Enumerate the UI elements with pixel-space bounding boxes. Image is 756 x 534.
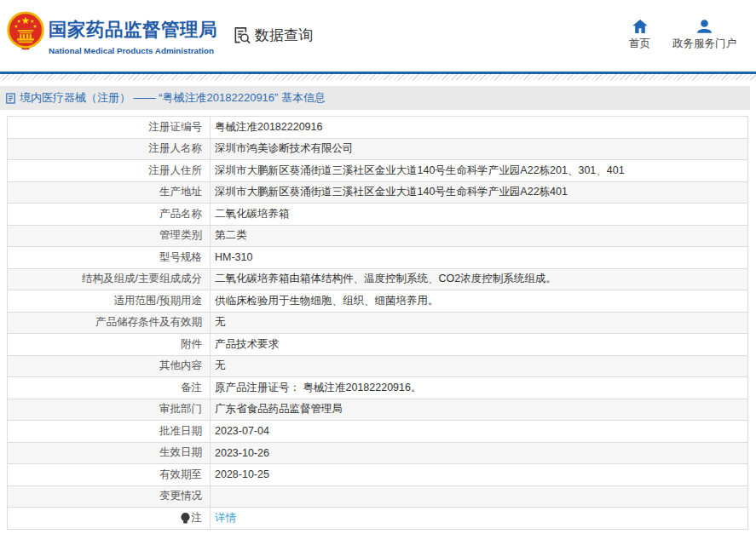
breadcrumb-text: 境内医疗器械（注册） —— “粤械注准20182220916” 基本信息 (20, 90, 326, 106)
row-label: 变更情况 (8, 486, 211, 508)
row-label: 注 (8, 508, 211, 529)
row-label: 批准日期 (8, 421, 211, 442)
info-table: 注册证编号粤械注准20182220916 注册人名称深圳市鸿美诊断技术有限公司 … (7, 116, 748, 530)
table-row: 生效日期2023-10-26 (8, 443, 747, 465)
row-label: 型号规格 (8, 247, 211, 268)
site-title: 国家药品监督管理局 (49, 17, 217, 42)
row-value: 深圳市大鹏新区葵涌街道三溪社区金业大道140号生命科学产业园A22栋401 (211, 182, 747, 204)
row-value: 详情 (211, 508, 747, 529)
breadcrumb: 境内医疗器械（注册） —— “粤械注准20182220916” 基本信息 (0, 86, 750, 110)
table-row: 注 详情 (8, 508, 747, 530)
row-label: 产品名称 (8, 204, 211, 225)
row-value: 二氧化碳培养箱 (211, 204, 747, 225)
nav-portal-label: 政务服务门户 (672, 37, 736, 51)
row-value: 无 (211, 356, 747, 377)
row-value: 第二类 (211, 226, 747, 247)
note-icon (181, 513, 190, 524)
table-row: 批准日期2023-07-04 (8, 421, 747, 443)
table-row: 注册人名称深圳市鸿美诊断技术有限公司 (8, 139, 747, 161)
row-label: 生效日期 (8, 443, 211, 464)
document-icon (6, 93, 15, 104)
table-row: 附件产品技术要求 (8, 334, 747, 356)
table-row: 生产地址深圳市大鹏新区葵涌街道三溪社区金业大道140号生命科学产业园A22栋40… (8, 182, 747, 204)
row-value: 深圳市大鹏新区葵涌街道三溪社区金业大道140号生命科学产业园A22栋201、30… (211, 160, 747, 181)
home-icon (632, 20, 648, 33)
row-label: 注册人住所 (8, 160, 211, 181)
nav-home[interactable]: 首页 (629, 20, 650, 51)
table-row: 审批部门广东省食品药品监督管理局 (8, 399, 747, 422)
nav-portal[interactable]: 政务服务门户 (672, 20, 736, 51)
row-label: 结构及组成/主要组成成分 (8, 269, 211, 290)
row-label: 审批部门 (8, 399, 211, 421)
table-row: 型号规格HM-310 (8, 247, 747, 269)
row-label: 附件 (8, 334, 211, 355)
table-row: 结构及组成/主要组成成分二氧化碳培养箱由箱体结构件、温度控制系统、CO2浓度控制… (8, 269, 747, 291)
row-value: 深圳市鸿美诊断技术有限公司 (211, 139, 747, 160)
site-subtitle: National Medical Products Administration (49, 46, 217, 55)
table-row: 备注原产品注册证号： 粤械注准20182220916。 (8, 377, 747, 399)
row-value: 2023-10-26 (211, 443, 747, 464)
row-label: 其他内容 (8, 356, 211, 377)
table-row: 有效期至2028-10-25 (8, 464, 747, 486)
row-value (211, 486, 747, 508)
row-value: 2023-07-04 (211, 421, 747, 442)
data-query-nav[interactable]: 数据查询 (233, 26, 313, 45)
table-row: 注册人住所深圳市大鹏新区葵涌街道三溪社区金业大道140号生命科学产业园A22栋2… (8, 160, 747, 182)
row-value: 产品技术要求 (211, 334, 747, 355)
row-value: 原产品注册证号： 粤械注准20182220916。 (211, 377, 747, 399)
table-row: 适用范围/预期用途供临床检验用于生物细胞、组织、细菌培养用。 (8, 290, 747, 313)
national-emblem-logo (6, 10, 45, 53)
row-value: HM-310 (211, 247, 747, 268)
row-label: 注册证编号 (8, 117, 211, 138)
row-label: 生产地址 (8, 182, 211, 204)
details-link[interactable]: 详情 (215, 511, 236, 525)
row-value: 二氧化碳培养箱由箱体结构件、温度控制系统、CO2浓度控制系统组成。 (211, 269, 747, 290)
row-value: 无 (211, 313, 747, 334)
table-row: 其他内容无 (8, 356, 747, 378)
table-row: 注册证编号粤械注准20182220916 (8, 117, 747, 139)
row-label: 有效期至 (8, 464, 211, 485)
row-label: 注册人名称 (8, 139, 211, 160)
header: 国家药品监督管理局 National Medical Products Admi… (0, 0, 756, 72)
row-value: 广东省食品药品监督管理局 (211, 399, 747, 421)
table-row: 产品储存条件及有效期无 (8, 313, 747, 335)
nav-home-label: 首页 (629, 37, 650, 51)
row-value: 2028-10-25 (211, 464, 747, 485)
table-row: 产品名称二氧化碳培养箱 (8, 204, 747, 226)
user-icon (697, 20, 712, 33)
row-label: 产品储存条件及有效期 (8, 313, 211, 334)
row-label: 备注 (8, 377, 211, 399)
row-label: 管理类别 (8, 226, 211, 247)
row-value: 供临床检验用于生物细胞、组织、细菌培养用。 (211, 290, 747, 312)
row-label: 适用范围/预期用途 (8, 290, 211, 312)
data-query-icon (233, 26, 252, 45)
row-value: 粤械注准20182220916 (211, 117, 747, 138)
data-query-label: 数据查询 (255, 26, 313, 45)
table-row: 变更情况 (8, 486, 747, 508)
hatch-stripe (0, 74, 756, 80)
table-row: 管理类别第二类 (8, 226, 747, 248)
